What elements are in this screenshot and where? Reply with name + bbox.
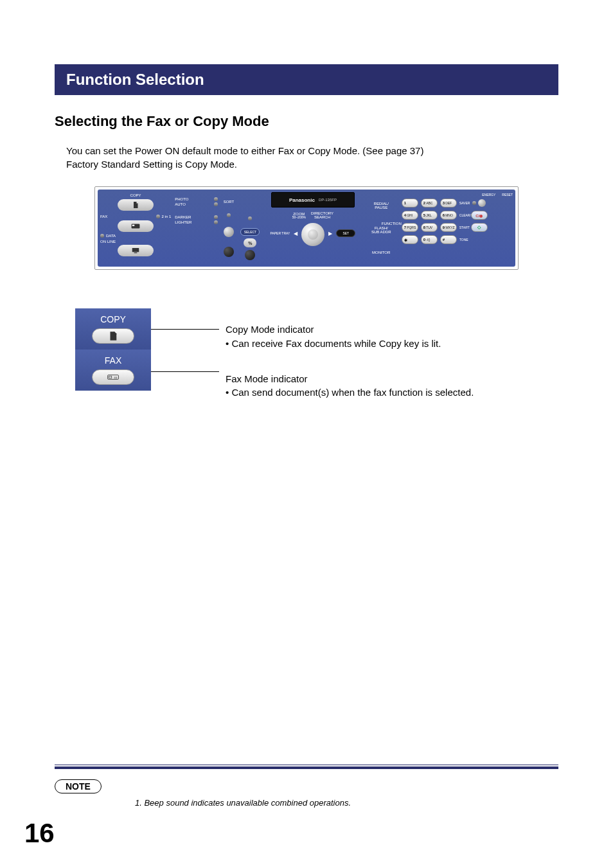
copy-mode-key	[92, 328, 134, 344]
keypad-side-label: SAVER	[459, 202, 468, 205]
density-button	[224, 247, 234, 257]
brand-label: Panasonic	[289, 197, 315, 203]
section-title: Function Selection	[55, 64, 558, 95]
lcd-display: Panasonic DP-135FP	[271, 192, 355, 208]
led-icon	[227, 213, 231, 217]
copy-key	[118, 199, 154, 211]
keypad-key: #	[440, 235, 457, 244]
led-icon	[156, 215, 160, 218]
note-label: NOTE	[55, 779, 102, 793]
keypad-key: 4GHI	[402, 211, 418, 220]
keypad-key: 8TUV	[421, 223, 438, 232]
led-icon	[248, 217, 252, 220]
panel-sort-column: SORT	[219, 190, 238, 267]
fax-indicator-title: Fax Mode indicator	[226, 372, 474, 386]
darker-label: DARKER	[175, 215, 191, 219]
set-key: SET	[336, 229, 355, 237]
online-label: ON LINE	[100, 240, 116, 244]
led-icon	[214, 215, 218, 219]
copy-key-label: COPY	[100, 314, 126, 324]
fax-icon	[131, 223, 140, 229]
copy-indicator-bullet: • Can receive Fax documents while Copy k…	[226, 337, 474, 351]
svg-point-11	[116, 378, 117, 378]
led-icon	[100, 234, 104, 238]
keypad-key: 7PQRS	[402, 223, 418, 232]
keypad-side-label: TONE	[459, 238, 468, 242]
online-key	[118, 245, 154, 256]
svg-rect-5	[109, 376, 112, 378]
indicator-descriptions: Copy Mode indicator • Can receive Fax do…	[226, 308, 474, 400]
keypad-side-label: START	[459, 226, 468, 229]
search-label: SEARCH	[311, 215, 333, 219]
svg-point-7	[115, 376, 116, 377]
svg-point-9	[114, 378, 115, 378]
svg-rect-2	[132, 248, 139, 252]
connector-lines	[151, 308, 226, 391]
monitor-label: MONITOR	[372, 251, 390, 254]
control-panel-diagram: COPY FAX 2 in 1 DATA	[94, 186, 519, 270]
fax-mode-key-box: FAX	[75, 350, 151, 391]
select-key: SELECT	[240, 228, 260, 236]
fax-key-label: FAX	[105, 355, 121, 366]
copy-mode-key-box: COPY	[75, 308, 151, 350]
intro-text: You can set the Power ON default mode to…	[66, 144, 558, 171]
keypad-key: 2ABC	[421, 199, 438, 208]
keypad-key: ✱	[402, 235, 418, 244]
reset-label: RESET	[502, 193, 513, 197]
sub-heading: Selecting the Fax or Copy Mode	[55, 113, 558, 130]
svg-rect-3	[134, 252, 138, 253]
paper-tray-label: PAPER TRAY	[270, 232, 290, 235]
footer-rule	[55, 766, 558, 769]
data-label: DATA	[106, 234, 116, 238]
jog-dial	[301, 223, 324, 246]
led-icon	[214, 220, 218, 224]
mode-keys: COPY FAX	[75, 308, 151, 391]
intro-line-1: You can set the Power ON default mode to…	[66, 145, 423, 156]
fax-label: FAX	[100, 215, 107, 218]
sort-label: SORT	[224, 200, 235, 204]
start-key: ◇	[471, 223, 488, 232]
page-icon	[107, 330, 119, 342]
panel-quality-column: PHOTO AUTO DARKER LIGHTER	[173, 190, 219, 267]
lighter-label: LIGHTER	[175, 220, 191, 224]
percent-key: %	[244, 238, 256, 247]
svg-point-10	[115, 378, 116, 378]
led-icon	[214, 197, 218, 201]
twoin1-label: 2 in 1	[162, 215, 172, 218]
panel-select-column: SELECT %	[238, 190, 262, 267]
keypad-key: 1	[402, 199, 418, 208]
zoom-range-label: 50–200%	[292, 216, 306, 219]
page-icon	[132, 201, 139, 209]
panel-center-column: Panasonic DP-135FP ZOOM 50–200% DIRECTOR…	[262, 190, 363, 267]
photo-label: PHOTO	[175, 197, 188, 201]
auto-label: AUTO	[175, 202, 186, 206]
control-panel: COPY FAX 2 in 1 DATA	[98, 190, 515, 267]
svg-point-6	[114, 376, 115, 377]
svg-point-8	[116, 376, 117, 377]
copy-label: COPY	[100, 193, 171, 197]
intro-line-2: Factory Standard Setting is Copy Mode.	[66, 159, 237, 170]
keypad-key: 3DEF	[440, 199, 457, 208]
keypad-side-label: CLEAR/STOP	[459, 214, 468, 217]
energy-saver-label-1: ENERGY	[482, 193, 495, 197]
clear-stop-key: C/◉	[471, 211, 488, 220]
energy-saver-reset-keys	[471, 199, 488, 207]
keypad-key: 9WXYZ	[440, 223, 457, 232]
keypad-key: 6MNO	[440, 211, 457, 220]
note-text: 1. Beep sound indicates unavailable comb…	[135, 798, 558, 808]
fax-indicator-bullet: • Can send document(s) when the fax func…	[226, 385, 474, 400]
panel-function-column: REDIAL/ PAUSE FLASH/ SUB ADDR FUNCTION M…	[364, 190, 399, 267]
fax-icon	[107, 371, 119, 383]
mode-indicator-block: COPY FAX	[75, 308, 558, 400]
subaddr-label: SUB ADDR	[371, 230, 391, 234]
copy-indicator-title: Copy Mode indicator	[226, 323, 474, 337]
quality-button	[224, 227, 234, 237]
fax-mode-key	[92, 369, 134, 385]
page-number: 16	[24, 818, 55, 849]
panel-keypad-column: ENERGY RESET 12ABC3DEFSAVER 4GHI5JKL6MNO…	[399, 190, 515, 267]
pc-icon	[131, 247, 140, 254]
svg-rect-1	[132, 225, 135, 226]
numeric-keypad: 12ABC3DEFSAVER 4GHI5JKL6MNOCLEAR/STOPC/◉…	[402, 198, 513, 245]
pause-label: PAUSE	[374, 206, 389, 209]
keypad-key: 5JKL	[421, 211, 438, 220]
